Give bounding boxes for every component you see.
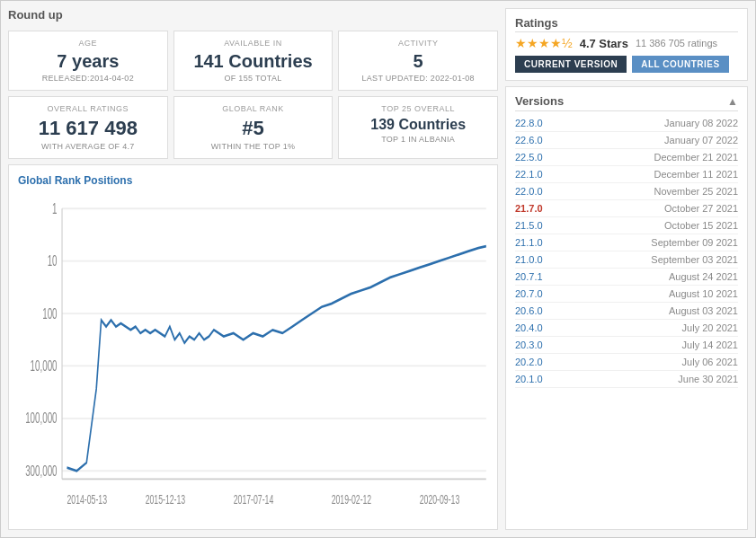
version-number: 20.2.0 <box>515 357 543 367</box>
main-layout: Round up AGE 7 years RELEASED:2014-04-02… <box>8 8 748 530</box>
ratings-title: Ratings <box>515 16 738 32</box>
stat-global-rank-value: #5 <box>183 117 324 140</box>
svg-text:2019-02-12: 2019-02-12 <box>332 491 372 507</box>
round-up-title: Round up <box>8 8 498 22</box>
ratings-header: ★★★★½ 4.7 Stars 11 386 705 ratings <box>515 36 738 50</box>
version-row[interactable]: 22.8.0 January 08 2022 <box>515 115 738 132</box>
version-number: 20.1.0 <box>515 374 543 384</box>
stat-available-sub: OF 155 TOTAL <box>183 74 324 83</box>
stat-top25-value: 139 Countries <box>348 117 488 133</box>
chart-section: Global Rank Positions 1 10 100 <box>8 164 498 530</box>
stat-age-label: AGE <box>18 39 158 48</box>
stat-global-rank-label: GLOBAL RANK <box>183 104 324 113</box>
version-row[interactable]: 22.6.0 January 07 2022 <box>515 132 738 149</box>
version-date: August 03 2021 <box>669 305 738 316</box>
stat-global-rank-sub: WITHIN THE TOP 1% <box>183 142 324 151</box>
version-number: 22.5.0 <box>515 152 543 163</box>
stat-overall-ratings-label: OVERALL RATINGS <box>18 104 158 113</box>
version-row[interactable]: 20.1.0 June 30 2021 <box>515 371 738 388</box>
version-date: June 30 2021 <box>678 374 738 384</box>
versions-header: Versions ▲ <box>515 94 738 111</box>
version-date: January 07 2022 <box>664 135 738 146</box>
version-row[interactable]: 21.1.0 September 09 2021 <box>515 234 738 251</box>
rating-count: 11 386 705 ratings <box>636 38 717 49</box>
versions-section: Versions ▲ 22.8.0 January 08 2022 22.6.0… <box>505 86 748 530</box>
stat-activity-sub: LAST UPDATED: 2022-01-08 <box>348 74 488 83</box>
version-date: July 20 2021 <box>682 322 738 333</box>
version-row[interactable]: 21.7.0 October 27 2021 <box>515 200 738 217</box>
stat-overall-ratings-value: 11 617 498 <box>18 117 158 140</box>
svg-text:100,000: 100,000 <box>25 410 57 427</box>
stat-age: AGE 7 years RELEASED:2014-04-02 <box>8 31 168 91</box>
svg-text:100: 100 <box>42 305 57 322</box>
stat-activity-label: ACTIVITY <box>348 39 488 48</box>
version-number: 22.1.0 <box>515 169 543 180</box>
version-number: 21.7.0 <box>515 203 543 214</box>
stat-available-label: AVAILABLE IN <box>183 39 324 48</box>
rating-score: 4.7 Stars <box>580 37 628 50</box>
svg-text:2020-09-13: 2020-09-13 <box>420 491 460 507</box>
version-row[interactable]: 20.7.0 August 10 2021 <box>515 286 738 303</box>
stats-row-2: OVERALL RATINGS 11 617 498 WITH AVERAGE … <box>8 96 498 159</box>
version-number: 21.0.0 <box>515 254 543 265</box>
version-number: 20.6.0 <box>515 305 543 316</box>
version-row[interactable]: 21.5.0 October 15 2021 <box>515 217 738 234</box>
version-row[interactable]: 22.0.0 November 25 2021 <box>515 183 738 200</box>
versions-title: Versions <box>515 94 564 108</box>
svg-text:300,000: 300,000 <box>25 463 57 479</box>
version-date: July 06 2021 <box>682 357 738 367</box>
chart-area: 1 10 100 10,000 100,000 300,000 2014-05-… <box>18 192 488 520</box>
all-countries-button[interactable]: ALL COUNTRIES <box>632 56 728 73</box>
version-number: 21.1.0 <box>515 237 543 248</box>
version-row[interactable]: 20.6.0 August 03 2021 <box>515 303 738 320</box>
stat-activity-value: 5 <box>348 51 488 72</box>
version-row[interactable]: 20.3.0 July 14 2021 <box>515 337 738 354</box>
svg-text:2015-12-13: 2015-12-13 <box>146 491 186 507</box>
rating-buttons: CURRENT VERSION ALL COUNTRIES <box>515 56 738 73</box>
stat-age-sub: RELEASED:2014-04-02 <box>18 74 158 83</box>
stat-activity: ACTIVITY 5 LAST UPDATED: 2022-01-08 <box>338 31 498 91</box>
chart-title: Global Rank Positions <box>18 174 488 187</box>
version-date: August 24 2021 <box>669 271 738 282</box>
version-row[interactable]: 22.1.0 December 11 2021 <box>515 166 738 183</box>
stat-age-value: 7 years <box>18 51 158 72</box>
stat-available-value: 141 Countries <box>183 51 324 72</box>
version-date: January 08 2022 <box>664 118 738 128</box>
version-date: October 27 2021 <box>664 203 738 214</box>
version-row[interactable]: 20.2.0 July 06 2021 <box>515 354 738 371</box>
svg-text:10,000: 10,000 <box>31 357 58 374</box>
stat-overall-ratings: OVERALL RATINGS 11 617 498 WITH AVERAGE … <box>8 96 168 159</box>
version-row[interactable]: 22.5.0 December 21 2021 <box>515 149 738 166</box>
current-version-button[interactable]: CURRENT VERSION <box>515 56 627 73</box>
versions-toggle-icon[interactable]: ▲ <box>727 95 738 108</box>
version-date: July 14 2021 <box>682 340 738 350</box>
version-number: 22.6.0 <box>515 135 543 146</box>
version-date: December 21 2021 <box>654 152 738 163</box>
version-date: December 11 2021 <box>654 169 738 180</box>
stat-global-rank: GLOBAL RANK #5 WITHIN THE TOP 1% <box>173 96 334 159</box>
version-number: 21.5.0 <box>515 220 543 231</box>
version-row[interactable]: 20.7.1 August 24 2021 <box>515 269 738 286</box>
svg-text:1: 1 <box>52 200 57 216</box>
stat-top25-sub: TOP 1 IN ALBANIA <box>348 135 488 144</box>
version-date: October 15 2021 <box>664 220 738 231</box>
version-number: 20.3.0 <box>515 340 543 350</box>
version-date: November 25 2021 <box>654 186 738 197</box>
version-number: 22.0.0 <box>515 186 543 197</box>
version-number: 20.4.0 <box>515 322 543 333</box>
version-number: 20.7.0 <box>515 288 543 299</box>
stat-available: AVAILABLE IN 141 Countries OF 155 TOTAL <box>173 31 334 91</box>
versions-list: 22.8.0 January 08 2022 22.6.0 January 07… <box>515 115 738 388</box>
version-row[interactable]: 21.0.0 September 03 2021 <box>515 251 738 269</box>
stat-top25-label: TOP 25 OVERALL <box>348 104 488 113</box>
ratings-section: Ratings ★★★★½ 4.7 Stars 11 386 705 ratin… <box>505 8 748 81</box>
version-row[interactable]: 20.4.0 July 20 2021 <box>515 320 738 337</box>
app-container: Round up AGE 7 years RELEASED:2014-04-02… <box>0 0 756 538</box>
stat-top25: TOP 25 OVERALL 139 Countries TOP 1 IN AL… <box>338 96 498 159</box>
svg-text:10: 10 <box>48 253 58 269</box>
right-panel: Ratings ★★★★½ 4.7 Stars 11 386 705 ratin… <box>505 8 748 530</box>
stars-display: ★★★★½ <box>515 36 573 50</box>
version-date: September 09 2021 <box>651 237 738 248</box>
version-number: 20.7.1 <box>515 271 543 282</box>
svg-text:2017-07-14: 2017-07-14 <box>234 491 274 507</box>
